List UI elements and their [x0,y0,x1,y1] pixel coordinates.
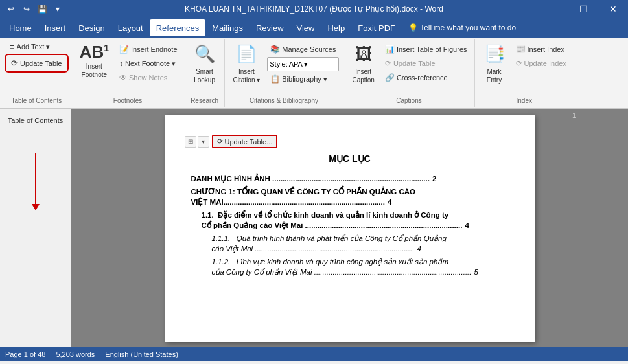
smart-lookup-icon: 🔍 [194,43,215,65]
cross-reference-icon: 🔗 [385,73,395,82]
doc-icon-2[interactable]: ▾ [198,136,209,148]
left-panel: Table of Contents [0,109,71,347]
doc-toolbar-bar: ⊞ ▾ ⟳ Update Table... [185,135,509,148]
toc-group-label: Table of Contents [6,96,67,106]
insert-table-figures-label: Insert Table of Figures [397,45,467,53]
toc-entry-2b: Cổ phần Quảng cáo Việt Mai .............… [191,221,509,230]
menu-tell-me[interactable]: 💡 Tell me what you want to do [402,19,522,36]
style-label: Style: [270,60,288,68]
toc-group-content: ≡ Add Text ▾ ⟳ Update Table [6,40,67,95]
insert-table-figures-button[interactable]: 📊 Insert Table of Figures [382,43,471,56]
smart-lookup-button[interactable]: 🔍 SmartLookup [189,40,220,87]
menu-mailings[interactable]: Mailings [205,19,250,36]
page-number-indicator: 1 [572,111,576,119]
insert-caption-button[interactable]: 🖼 InsertCaption [347,40,378,87]
ribbon-group-research: 🔍 SmartLookup Research [185,39,225,107]
footnotes-group-content: AB1 InsertFootnote 📝 Insert Endnote ↕ Ne… [75,40,181,95]
menu-references[interactable]: References [150,19,205,36]
style-value: APA [289,60,303,68]
ribbon-group-index: 📑 MarkEntry 📰 Insert Index ⟳ Update Inde… [475,39,574,107]
menu-view[interactable]: View [290,19,321,36]
qat-dropdown-button[interactable]: ▾ [51,2,65,16]
insert-caption-icon: 🖼 [355,43,372,65]
menu-review[interactable]: Review [250,19,290,36]
doc-page: ⊞ ▾ ⟳ Update Table... MỤC LỤC DANH MỤC H… [165,115,535,342]
show-notes-label: Show Notes [129,74,167,82]
research-group-content: 🔍 SmartLookup [189,40,220,95]
insert-caption-label: InsertCaption [352,67,374,84]
toc-entry-4: 1.1.2. Lĩnh vực kinh doanh và quy trình … [191,257,509,266]
toc-title: MỤC LỤC [191,154,509,164]
insert-endnote-button[interactable]: 📝 Insert Endnote [116,43,181,56]
toc-entry-2: 1.1. Đặc điểm về tổ chức kinh doanh và q… [191,210,509,220]
quick-access-toolbar: ↩ ↪ 💾 ▾ [0,0,65,18]
captions-group-label: Captions [347,96,470,106]
page-info: Page 1 of 48 [5,350,45,358]
menu-design[interactable]: Design [72,19,111,36]
menu-insert[interactable]: Insert [38,19,73,36]
minimize-button[interactable]: – [539,0,568,18]
smart-lookup-label: SmartLookup [194,67,215,84]
mark-entry-icon: 📑 [484,43,505,65]
doc-icon-1[interactable]: ⊞ [185,136,196,148]
insert-index-button[interactable]: 📰 Insert Index [513,43,570,56]
update-index-label: Update Index [524,60,566,67]
update-index-button[interactable]: ⟳ Update Index [513,57,570,70]
update-table-doc-button[interactable]: ⟳ Update Table... [212,135,278,148]
research-group-label: Research [189,96,220,106]
insert-footnote-button[interactable]: AB1 InsertFootnote [75,40,113,82]
ribbon-group-citations: 📄 InsertCitation ▾ 📚 Manage Sources Styl… [225,39,344,107]
bibliography-button[interactable]: 📋 Bibliography ▾ [267,73,339,85]
save-button[interactable]: 💾 [35,2,49,16]
maximize-button[interactable]: ☐ [568,0,598,18]
toc-entry-4b: của Công ty Cổ phần Việt Mai ...........… [191,267,509,277]
style-dropdown-icon: ▾ [304,60,308,69]
insert-index-icon: 📰 [516,45,526,54]
style-dropdown[interactable]: Style: APA ▾ [267,57,339,71]
ribbon-group-captions: 🖼 InsertCaption 📊 Insert Table of Figure… [343,39,474,107]
bibliography-label: Bibliography ▾ [282,75,327,84]
redo-button[interactable]: ↪ [19,2,34,16]
window-controls: – ☐ ✕ [539,0,628,18]
annotation-arrow [32,153,40,210]
arrow-head [32,204,40,210]
menu-home[interactable]: Home [3,19,38,36]
cross-reference-button[interactable]: 🔗 Cross-reference [382,71,471,84]
word-count: 5,203 words [56,350,95,358]
update-table-icon: ⟳ [11,58,18,68]
next-footnote-button[interactable]: ↕ Next Footnote ▾ [116,57,181,70]
ribbon-group-footnotes: AB1 InsertFootnote 📝 Insert Endnote ↕ Ne… [71,39,185,107]
menu-help[interactable]: Help [321,19,351,36]
manage-sources-button[interactable]: 📚 Manage Sources [267,43,339,56]
mark-entry-button[interactable]: 📑 MarkEntry [479,40,510,87]
captions-group-content: 🖼 InsertCaption 📊 Insert Table of Figure… [347,40,470,95]
update-table-doc-label: Update Table... [225,138,273,146]
insert-footnote-icon: AB1 [80,43,109,60]
title-bar: ↩ ↪ 💾 ▾ KHOA LUAN TN_TATHIKIMLY_D12KT07 … [0,0,628,18]
status-bar: Page 1 of 48 5,203 words English (United… [0,347,628,361]
bibliography-icon: 📋 [270,74,280,84]
arrow-line [35,153,36,205]
insert-citation-button[interactable]: 📄 InsertCitation ▾ [229,40,265,87]
ribbon-content: ≡ Add Text ▾ ⟳ Update Table Table of Con… [0,38,628,108]
language: English (United States) [105,350,178,358]
add-text-button[interactable]: ≡ Add Text ▾ [6,40,67,54]
ribbon: ≡ Add Text ▾ ⟳ Update Table Table of Con… [0,38,628,109]
show-notes-button[interactable]: 👁 Show Notes [116,71,181,84]
toc-entry-3: 1.1.1. Quá trình hình thành và phát triể… [191,234,509,243]
next-footnote-label: Next Footnote ▾ [125,60,176,68]
menu-layout[interactable]: Layout [111,19,150,36]
footnotes-group-label: Footnotes [75,96,181,106]
add-text-icon: ≡ [10,42,15,52]
insert-citation-icon: 📄 [236,43,257,65]
update-table-captions-icon: ⟳ [385,59,391,68]
update-table-button[interactable]: ⟳ Update Table [6,56,67,71]
close-button[interactable]: ✕ [598,0,628,18]
insert-citation-label: InsertCitation ▾ [233,67,261,84]
menu-foxit[interactable]: Foxit PDF [351,19,402,36]
update-table-captions-button[interactable]: ⟳ Update Table [382,57,471,70]
undo-button[interactable]: ↩ [4,2,18,16]
doc-toolbar-icons: ⊞ ▾ [185,136,209,148]
citations-group-label: Citations & Bibliography [229,96,340,106]
manage-sources-icon: 📚 [270,45,280,54]
